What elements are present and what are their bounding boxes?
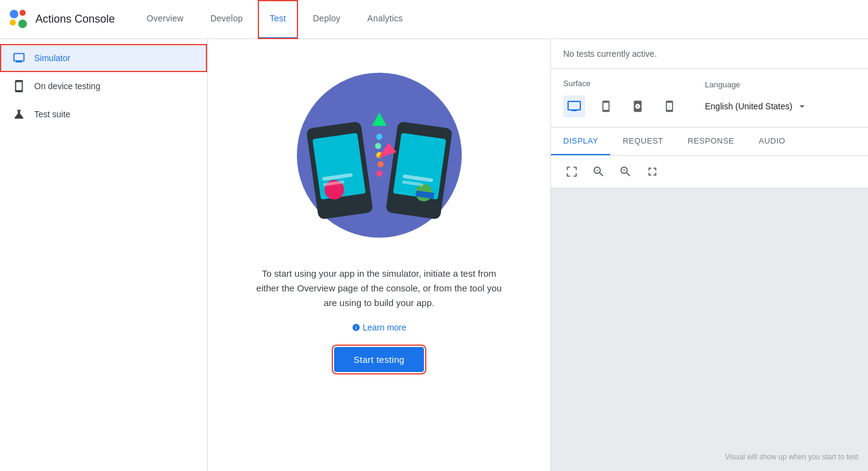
visual-area: Visual will show up when you start to te… bbox=[551, 188, 868, 471]
google-logo bbox=[10, 10, 29, 29]
simulator-panel: To start using your app in the simulator… bbox=[208, 39, 550, 471]
learn-more-link[interactable]: Learn more bbox=[352, 323, 407, 332]
zoom-out-icon bbox=[592, 165, 605, 178]
nav-develop[interactable]: Develop bbox=[198, 0, 255, 39]
top-navigation: Actions Console Overview Develop Test De… bbox=[0, 0, 868, 39]
nav-items: Overview Develop Test Deploy Analytics bbox=[134, 0, 415, 39]
surface-label: Surface bbox=[563, 79, 680, 88]
zoom-in-icon bbox=[619, 165, 632, 178]
surface-icons bbox=[563, 95, 680, 117]
svg-point-12 bbox=[376, 170, 382, 177]
simulator-description: To start using your app in the simulator… bbox=[251, 266, 508, 310]
sidebar-item-test-suite[interactable]: Test suite bbox=[0, 100, 207, 128]
sidebar-test-suite-label: Test suite bbox=[34, 109, 70, 119]
simulator-illustration bbox=[288, 64, 471, 247]
language-value: English (United States) bbox=[705, 101, 792, 111]
dot-green bbox=[18, 20, 27, 28]
language-column: Language English (United States) bbox=[705, 80, 856, 116]
surface-kaios-button[interactable] bbox=[658, 95, 680, 117]
kaios-icon bbox=[663, 100, 676, 112]
sidebar-item-simulator[interactable]: Simulator bbox=[0, 44, 207, 72]
sidebar-on-device-label: On device testing bbox=[34, 81, 100, 91]
right-panel: No tests currently active. Surface bbox=[550, 39, 868, 471]
nav-overview[interactable]: Overview bbox=[134, 0, 195, 39]
surface-smart-display-button[interactable] bbox=[563, 95, 585, 117]
fit-screen-button[interactable] bbox=[561, 161, 583, 183]
dot-red bbox=[20, 10, 26, 16]
language-label: Language bbox=[705, 80, 856, 89]
no-tests-bar: No tests currently active. bbox=[551, 39, 868, 69]
language-select-wrapper[interactable]: English (United States) bbox=[705, 97, 856, 116]
dot-yellow bbox=[10, 20, 16, 26]
zoom-in-button[interactable] bbox=[615, 161, 636, 183]
sidebar: Simulator On device testing Test suite bbox=[0, 39, 208, 471]
dot-blue bbox=[10, 10, 18, 18]
fullscreen-icon bbox=[646, 165, 659, 178]
info-icon bbox=[352, 323, 360, 332]
smart-display-icon bbox=[567, 99, 582, 114]
app-logo: Actions Console bbox=[10, 10, 115, 29]
surface-column: Surface bbox=[563, 79, 680, 117]
no-tests-text: No tests currently active. bbox=[563, 49, 657, 59]
svg-point-16 bbox=[376, 134, 382, 140]
sidebar-item-on-device[interactable]: On device testing bbox=[0, 72, 207, 100]
surface-phone-button[interactable] bbox=[595, 95, 617, 117]
display-tabs: DISPLAY REQUEST RESPONSE AUDIO bbox=[551, 128, 868, 156]
surface-speaker-button[interactable] bbox=[627, 95, 649, 117]
nav-deploy[interactable]: Deploy bbox=[301, 0, 352, 39]
device-icon bbox=[12, 79, 26, 93]
start-testing-button[interactable]: Start testing bbox=[334, 347, 424, 372]
fullscreen-button[interactable] bbox=[641, 161, 663, 183]
view-controls bbox=[551, 156, 868, 188]
nav-test[interactable]: Test bbox=[258, 0, 299, 39]
illustration-svg bbox=[288, 64, 471, 247]
svg-point-15 bbox=[375, 143, 381, 149]
monitor-icon bbox=[12, 51, 26, 65]
visual-hint: Visual will show up when you start to te… bbox=[725, 453, 858, 461]
svg-point-13 bbox=[377, 161, 384, 167]
tab-request[interactable]: REQUEST bbox=[610, 128, 675, 155]
chevron-down-icon bbox=[796, 100, 808, 112]
main-layout: Simulator On device testing Test suite bbox=[0, 39, 868, 471]
tab-audio[interactable]: AUDIO bbox=[746, 128, 798, 155]
phone-icon bbox=[600, 100, 612, 112]
app-name: Actions Console bbox=[35, 13, 115, 26]
zoom-out-button[interactable] bbox=[588, 161, 610, 183]
surface-language-section: Surface bbox=[551, 69, 868, 128]
speaker-icon bbox=[631, 100, 644, 113]
test-suite-icon bbox=[12, 108, 26, 121]
tab-display[interactable]: DISPLAY bbox=[551, 128, 610, 155]
tab-response[interactable]: RESPONSE bbox=[676, 128, 746, 155]
nav-analytics[interactable]: Analytics bbox=[355, 0, 415, 39]
sidebar-simulator-label: Simulator bbox=[34, 53, 70, 63]
fit-screen-icon bbox=[565, 165, 578, 178]
